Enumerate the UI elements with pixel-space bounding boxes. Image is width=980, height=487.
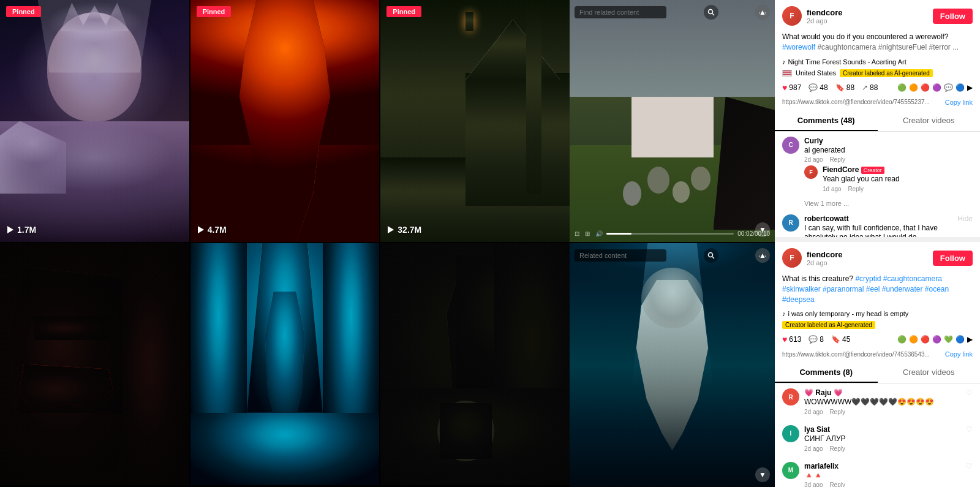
comments-stat-bot: 💬 8 [809, 335, 824, 344]
comment-username-1: Curly [804, 137, 973, 145]
comment-meta-bot-2: 2d ago Reply [804, 445, 961, 452]
video-top-bar-bot: ··· [575, 248, 770, 263]
emoji-bot-4[interactable]: 🟣 [932, 335, 941, 344]
grid-item-4[interactable] [0, 243, 189, 485]
emoji-fb[interactable]: 🔵 [956, 83, 965, 92]
video-player-top[interactable]: ··· ▲ ▼ ⊡ ⊞ 🔊 00:02/00:10 [570, 0, 775, 242]
picture-in-picture-icon[interactable]: ⊞ [585, 230, 590, 237]
comment-body-bot-3: mariafelix 🔺🔺 3d ago Reply [804, 462, 961, 487]
username-top[interactable]: fiendcore [807, 8, 928, 17]
copy-link-row-bottom: https://www.tiktok.com/@fiendcore/video/… [775, 348, 980, 360]
stats-row-top: ♥ 987 💬 48 🔖 88 ↗ 88 🟢 🟠 🔴 🟣 💬 🔵 [775, 79, 980, 96]
tab-creator-videos-top[interactable]: Creator videos [878, 111, 981, 131]
comment-avatar-bot-2: I [782, 425, 799, 442]
nav-arrow-up-bot[interactable]: ▲ [755, 248, 770, 263]
profile-header-bottom: F fiendcore 2d ago Follow [775, 242, 980, 271]
shares-stat: ↗ 88 [862, 83, 878, 92]
profile-info-top: fiendcore 2d ago [807, 8, 928, 25]
comment-meta-1: 2d ago Reply [804, 156, 973, 163]
bookmarks-count-bot: 45 [842, 335, 850, 344]
find-content-input-bot[interactable] [575, 249, 666, 262]
search-icon-btn[interactable] [704, 5, 718, 20]
emoji-red[interactable]: 🔴 [921, 83, 930, 92]
music-info-bottom: ♪ i was only temporary - my head is empt… [775, 308, 980, 319]
hide-btn[interactable]: Hide [957, 214, 973, 223]
view-more-1[interactable]: View 1 more ... [775, 197, 980, 210]
nav-arrow-down-bot[interactable]: ▼ [755, 467, 770, 482]
tab-comments-bottom[interactable]: Comments (8) [775, 363, 878, 383]
play-icon-1 [7, 226, 13, 233]
video-grid: Pinned 1.7M Pinned 4.7M Pinned 32.7M [0, 0, 570, 487]
emoji-bot-3[interactable]: 🔴 [921, 335, 930, 344]
desc-text-bottom: What is this creature? [782, 274, 855, 283]
grid-item-6[interactable] [380, 243, 570, 485]
like-icon-bot-3[interactable]: ♡ [966, 462, 973, 470]
video-controls-top: ⊡ ⊞ 🔊 00:02/00:10 [575, 230, 770, 237]
comment-body-bot-1: 💗 Raju 💗 WOWWWWW🖤🖤🖤🖤🖤😍😍😍😍 2d ago Reply [804, 388, 961, 415]
post-desc-bottom: What is this creature? #cryptid #caughto… [775, 271, 980, 308]
heart-icon[interactable]: ♥ [782, 83, 787, 92]
emoji-green[interactable]: 🟢 [897, 83, 907, 92]
comment-bubble-icon-bot[interactable]: 💬 [809, 335, 818, 344]
copy-link-btn-bottom[interactable]: Copy link [945, 350, 973, 358]
comments-tabs-bottom: Comments (8) Creator videos [775, 363, 980, 383]
comment-text-bot-3: 🔺🔺 [804, 471, 961, 481]
comment-text-bot-2: СИНГ АЛУР [804, 434, 961, 444]
share-icon[interactable]: ↗ [862, 83, 868, 92]
emoji-bot-5[interactable]: 💚 [944, 335, 953, 344]
reply-link-bot-1[interactable]: Reply [829, 409, 845, 415]
reply-link-1[interactable]: Reply [829, 156, 845, 163]
grid-item-2[interactable]: Pinned 4.7M [190, 0, 380, 242]
profile-info-bottom: fiendcore 2d ago [807, 250, 928, 266]
emoji-bot-1[interactable]: 🟢 [897, 335, 907, 344]
find-content-input[interactable] [575, 6, 666, 18]
creator-reply-text-1: Yeah glad you can read [823, 175, 973, 184]
copy-link-url-top: https://www.tiktok.com/@fiendcore/video/… [782, 99, 941, 105]
comments-count-bot: 8 [820, 335, 824, 344]
follow-button-top[interactable]: Follow [933, 9, 973, 24]
search-icon-btn-bot[interactable] [704, 248, 718, 263]
username-bottom[interactable]: fiendcore [807, 250, 928, 259]
emoji-arrow[interactable]: ▶ [967, 83, 973, 92]
reply-link-bot-3[interactable]: Reply [829, 481, 845, 487]
follow-button-bottom[interactable]: Follow [933, 251, 973, 266]
reply-link-bot-2[interactable]: Reply [829, 445, 845, 452]
emoji-bot-2[interactable]: 🟠 [909, 335, 918, 344]
bookmark-icon[interactable]: 🔖 [835, 83, 845, 92]
copy-link-btn-top[interactable]: Copy link [945, 99, 973, 106]
heart-icon-bot[interactable]: ♥ [782, 334, 787, 344]
play-icon-2 [198, 226, 204, 233]
grid-item-5[interactable] [190, 243, 380, 485]
side-panel: F fiendcore 2d ago Follow What would you… [775, 0, 980, 487]
comment-meta-bot-1: 2d ago Reply [804, 409, 961, 415]
captions-icon[interactable]: ⊡ [575, 230, 579, 237]
emoji-orange[interactable]: 🟠 [909, 83, 918, 92]
grid-item-3[interactable]: Pinned 32.7M [380, 0, 570, 242]
tab-creator-videos-bottom[interactable]: Creator videos [878, 363, 981, 383]
like-icon-bot-2[interactable]: ♡ [966, 425, 973, 434]
grid-item-1[interactable]: Pinned 1.7M [0, 0, 189, 242]
like-icon-bot-1[interactable]: ♡ [966, 388, 973, 397]
emoji-reactions-bot: 🟢 🟠 🔴 🟣 💚 🔵 ▶ [897, 335, 973, 344]
tab-comments-top[interactable]: Comments (48) [775, 111, 878, 131]
video-top-bar: ··· [575, 5, 770, 20]
emoji-bot-7[interactable]: ▶ [967, 335, 973, 344]
play-icon-3 [388, 226, 394, 233]
comment-body-bot-2: Iya Siat СИНГ АЛУР 2d ago Reply [804, 425, 961, 452]
nav-arrow-down[interactable]: ▼ [755, 222, 770, 237]
play-count-2: 4.7M [198, 225, 227, 235]
music-text-top: Night Time Forest Sounds - Acerting Art [788, 58, 907, 66]
emoji-whatsapp[interactable]: 💬 [944, 83, 953, 92]
profile-header-top: F fiendcore 2d ago Follow [775, 0, 980, 29]
video-player-bottom[interactable]: ··· ▲ ▼ [570, 242, 775, 487]
nav-arrow-up[interactable]: ▲ [755, 5, 770, 20]
progress-bar[interactable] [606, 233, 734, 235]
emoji-purple[interactable]: 🟣 [932, 83, 941, 92]
comments-stat: 💬 48 [809, 83, 827, 92]
volume-icon[interactable]: 🔊 [595, 230, 603, 237]
bookmark-icon-bot[interactable]: 🔖 [831, 335, 840, 344]
comment-bubble-icon[interactable]: 💬 [809, 83, 818, 92]
creator-reply-link-1[interactable]: Reply [848, 186, 864, 192]
emoji-bot-6[interactable]: 🔵 [956, 335, 965, 344]
hashtag-1[interactable]: #worewolf [782, 43, 815, 51]
